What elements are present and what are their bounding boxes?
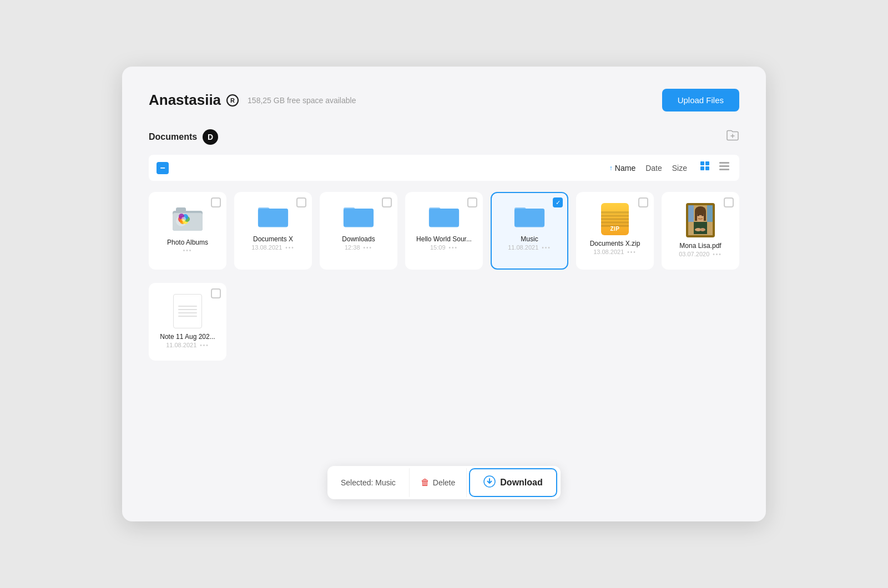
- file-checkbox-hello-world[interactable]: [467, 197, 477, 207]
- file-item-mona-lisa-pdf[interactable]: Mona Lisa.pdf 03.07.2020 •••: [662, 192, 739, 270]
- svg-rect-42: [688, 205, 694, 222]
- svg-point-45: [700, 228, 705, 231]
- sort-arrow-icon: ↑: [609, 164, 613, 172]
- file-checkbox-documents-x-zip[interactable]: [638, 197, 648, 207]
- file-item-music[interactable]: Music 11.08.2021 •••: [491, 192, 568, 270]
- svg-rect-11: [176, 207, 186, 213]
- note-icon: [173, 294, 202, 328]
- svg-rect-23: [258, 209, 288, 226]
- header-left: Anastasiia R 158,25 GB free space availa…: [149, 92, 356, 109]
- file-meta-downloads: 12:38 •••: [345, 244, 372, 251]
- file-name-mona-lisa-pdf: Mona Lisa.pdf: [668, 242, 733, 250]
- file-name-note-11-aug: Note 11 Aug 202...: [155, 333, 220, 341]
- selected-label: Selected: Music: [327, 468, 410, 497]
- file-meta-photo-albums: •••: [183, 247, 193, 254]
- breadcrumb-label: Documents: [149, 132, 197, 142]
- svg-point-20: [181, 217, 186, 221]
- file-name-hello-world: Hello World Sour...: [412, 235, 476, 243]
- new-folder-icon[interactable]: [726, 129, 739, 145]
- svg-rect-39: [694, 222, 707, 234]
- file-name-downloads: Downloads: [326, 235, 391, 243]
- svg-rect-43: [707, 205, 713, 222]
- file-item-documents-x[interactable]: Documents X 13.08.2021 •••: [234, 192, 312, 270]
- svg-rect-7: [719, 165, 729, 167]
- free-space-label: 158,25 GB free space available: [248, 96, 356, 105]
- file-meta-documents-x-zip: 13.08.2021 •••: [593, 249, 637, 255]
- file-checkbox-music[interactable]: [553, 197, 563, 207]
- file-name-documents-x: Documents X: [241, 235, 305, 243]
- svg-rect-4: [700, 166, 704, 170]
- svg-rect-29: [429, 209, 459, 226]
- file-checkbox-mona-lisa-pdf[interactable]: [724, 197, 734, 207]
- photo-albums-icon: [171, 203, 204, 234]
- breadcrumb-left: Documents D: [149, 129, 218, 145]
- sort-options: ↑ Name Date Size: [609, 164, 687, 173]
- file-meta-music: 11.08.2021 •••: [508, 244, 551, 251]
- sort-size[interactable]: Size: [672, 164, 687, 173]
- file-checkbox-documents-x[interactable]: [296, 197, 306, 207]
- file-checkbox-photo-albums[interactable]: [211, 197, 221, 207]
- svg-rect-6: [719, 162, 729, 164]
- file-grid: Photo Albums ••• Documents X 13.08.2021 …: [149, 192, 739, 270]
- grid-view-button[interactable]: [698, 160, 713, 175]
- svg-rect-3: [705, 161, 709, 165]
- downloads-icon: [343, 203, 374, 231]
- svg-rect-38: [704, 211, 706, 221]
- breadcrumb-d-icon: D: [203, 129, 218, 145]
- file-item-note-11-aug[interactable]: Note 11 Aug 202... 11.08.2021 •••: [149, 283, 226, 361]
- file-name-documents-x-zip: Documents X.zip: [583, 240, 647, 247]
- pdf-icon: [686, 203, 715, 237]
- sort-date[interactable]: Date: [645, 164, 662, 173]
- header: Anastasiia R 158,25 GB free space availa…: [149, 89, 739, 111]
- file-meta-documents-x: 13.08.2021 •••: [251, 244, 295, 251]
- music-icon: [514, 203, 545, 231]
- zip-icon: ZIP: [601, 203, 629, 235]
- file-grid-row2: Note 11 Aug 202... 11.08.2021 •••: [149, 283, 739, 361]
- registered-icon: R: [226, 94, 239, 107]
- file-name-photo-albums: Photo Albums: [155, 239, 220, 246]
- toolbar: ↑ Name Date Size: [149, 155, 739, 181]
- file-item-photo-albums[interactable]: Photo Albums •••: [149, 192, 226, 270]
- upload-files-button[interactable]: Upload Files: [662, 89, 739, 111]
- svg-point-41: [702, 215, 704, 216]
- documents-x-icon: [258, 203, 289, 231]
- app-name: Anastasiia: [149, 92, 221, 109]
- list-view-button[interactable]: [717, 160, 731, 175]
- svg-rect-32: [514, 209, 544, 226]
- select-all-checkbox[interactable]: [157, 162, 169, 174]
- file-item-documents-x-zip[interactable]: ZIP Documents X.zip 13.08.2021 •••: [576, 192, 654, 270]
- file-item-hello-world[interactable]: Hello World Sour... 15:09 •••: [405, 192, 483, 270]
- file-name-music: Music: [497, 235, 562, 243]
- file-meta-hello-world: 15:09 •••: [430, 244, 458, 251]
- download-button[interactable]: Download: [469, 468, 557, 497]
- svg-rect-8: [719, 169, 729, 170]
- svg-rect-26: [344, 209, 374, 226]
- file-meta-mona-lisa-pdf: 03.07.2020 •••: [679, 251, 722, 257]
- delete-icon: 🗑: [421, 478, 430, 488]
- svg-rect-5: [705, 166, 709, 170]
- svg-rect-37: [695, 211, 697, 221]
- breadcrumb-row: Documents D: [149, 129, 739, 145]
- delete-button[interactable]: 🗑 Delete: [410, 468, 467, 497]
- download-icon: [483, 475, 496, 490]
- file-checkbox-downloads[interactable]: [382, 197, 392, 207]
- hello-world-icon: [428, 203, 460, 231]
- app-window: Anastasiia R 158,25 GB free space availa…: [122, 67, 766, 521]
- view-toggles: [698, 160, 731, 175]
- file-checkbox-note-11-aug[interactable]: [211, 288, 221, 298]
- file-meta-note-11-aug: 11.08.2021 •••: [166, 342, 209, 348]
- file-item-downloads[interactable]: Downloads 12:38 •••: [320, 192, 397, 270]
- svg-rect-2: [700, 161, 704, 165]
- action-bar: Selected: Music 🗑 Delete Download: [327, 466, 561, 499]
- svg-point-40: [697, 215, 699, 216]
- sort-name[interactable]: ↑ Name: [609, 164, 635, 173]
